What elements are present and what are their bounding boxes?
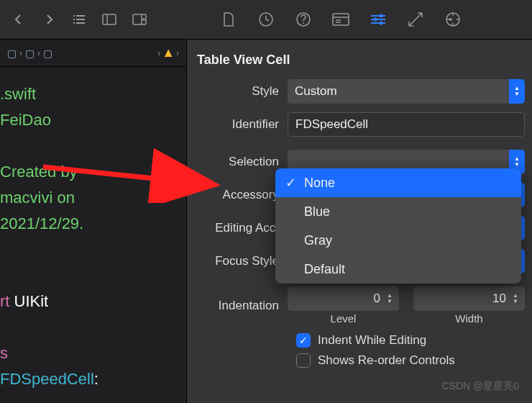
identity-inspector-icon[interactable] [332, 11, 349, 28]
dropdown-item-label: None [304, 176, 335, 191]
dropdown-item-none[interactable]: ✓ None [275, 168, 521, 197]
code-token: FDSpeedCell [0, 370, 94, 388]
svg-point-16 [380, 22, 383, 25]
inspector-tabs [193, 11, 526, 28]
indent-editing-label: Indent While Editing [318, 333, 426, 348]
width-stepper[interactable]: 10 ▲▼ [413, 286, 525, 311]
level-value: 0 [374, 291, 380, 306]
history-inspector-icon[interactable] [257, 11, 275, 28]
dropdown-item-label: Default [304, 262, 345, 277]
forward-icon[interactable] [40, 11, 58, 28]
warning-icon[interactable]: ▲ [162, 45, 175, 60]
size-inspector-icon[interactable] [407, 11, 424, 28]
dropdown-item-label: Blue [304, 204, 330, 219]
dropdown-item-default[interactable]: Default [275, 255, 521, 284]
chevron-right-icon: › [19, 48, 22, 58]
outline-icon[interactable] [70, 11, 88, 28]
updown-icon: ▲▼ [509, 79, 525, 104]
width-sublabel: Width [455, 312, 482, 325]
style-select[interactable]: Custom ▲▼ [288, 79, 525, 104]
code-editor[interactable]: .swift FeiDao Created by macvivi on 2021… [0, 67, 186, 403]
folder-icon: ▢ [25, 47, 35, 59]
svg-point-6 [303, 22, 304, 24]
check-icon: ✓ [285, 175, 296, 191]
folder-icon: ▢ [43, 47, 52, 59]
svg-point-14 [380, 14, 383, 18]
code-line: 2021/12/29. [0, 214, 83, 232]
file-inspector-icon[interactable] [220, 11, 237, 28]
code-token: UIKit [14, 292, 49, 310]
editing-acc-label: Editing Acc. [194, 221, 288, 235]
identifier-label: Identifier [194, 117, 288, 132]
sidebar-icon[interactable] [101, 11, 118, 28]
breadcrumb[interactable]: ▢ › ▢ › ▢ ‹ ▲ › [0, 40, 186, 67]
code-line: FeiDao [0, 111, 51, 129]
level-stepper[interactable]: 0 ▲▼ [288, 286, 399, 311]
accessory-label: Accessory [194, 188, 288, 202]
code-token: rt [0, 292, 14, 310]
section-title: Table View Cell [194, 50, 525, 79]
path-next-icon[interactable]: › [176, 48, 179, 58]
identifier-input[interactable]: FDSpeedCell [288, 112, 525, 137]
code-line: macvivi on [0, 189, 75, 207]
selection-label: Selection [194, 155, 288, 169]
attributes-inspector-icon[interactable] [370, 11, 387, 28]
stepper-icon: ▲▼ [510, 293, 520, 304]
width-value: 10 [492, 291, 506, 306]
focus-style-label: Focus Style [194, 254, 288, 268]
back-icon[interactable] [10, 11, 27, 28]
style-label: Style [194, 84, 288, 99]
selection-dropdown: ✓ None Blue Gray Default [275, 168, 521, 284]
connections-inspector-icon[interactable] [444, 11, 462, 28]
svg-point-15 [374, 18, 377, 22]
stepper-icon: ▲▼ [385, 293, 395, 304]
top-toolbar [0, 0, 532, 40]
style-value: Custom [295, 84, 337, 99]
dropdown-item-gray[interactable]: Gray [275, 226, 521, 255]
code-line: Created by [0, 163, 78, 181]
indentation-label: Indentation [194, 299, 288, 313]
help-inspector-icon[interactable] [295, 11, 312, 28]
shows-reorder-checkbox[interactable] [296, 353, 311, 368]
shows-reorder-label: Shows Re-order Controls [318, 353, 455, 368]
watermark: CSDN @星星亮0 [441, 380, 519, 393]
identifier-value: FDSpeedCell [295, 117, 368, 132]
indent-editing-checkbox[interactable]: ✓ [296, 333, 311, 348]
svg-rect-7 [333, 14, 349, 25]
add-panel-icon[interactable] [131, 11, 148, 28]
code-line: .swift [0, 85, 36, 103]
nav-tools [6, 11, 193, 28]
code-token: : [94, 370, 98, 388]
svg-rect-0 [103, 14, 116, 24]
dropdown-item-label: Gray [304, 233, 332, 248]
code-line: s [0, 344, 8, 362]
path-prev-icon[interactable]: ‹ [157, 48, 160, 58]
level-sublabel: Level [331, 312, 357, 325]
folder-icon: ▢ [7, 47, 17, 59]
editor-pane: ▢ › ▢ › ▢ ‹ ▲ › .swift FeiDao Created by… [0, 40, 187, 403]
dropdown-item-blue[interactable]: Blue [275, 197, 521, 226]
chevron-right-icon: › [37, 48, 40, 58]
